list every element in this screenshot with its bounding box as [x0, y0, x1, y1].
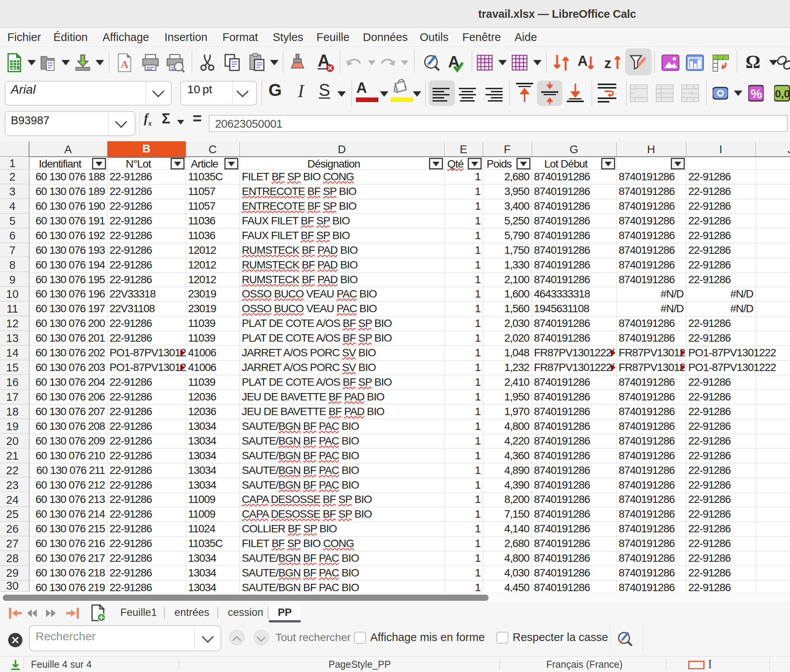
svg-text:A: A: [121, 58, 129, 70]
svg-text:0,0: 0,0: [775, 88, 790, 100]
svg-text:A: A: [578, 53, 588, 69]
svg-text:Ω: Ω: [746, 53, 760, 72]
svg-text:z: z: [604, 55, 611, 71]
svg-text:%: %: [751, 86, 762, 101]
